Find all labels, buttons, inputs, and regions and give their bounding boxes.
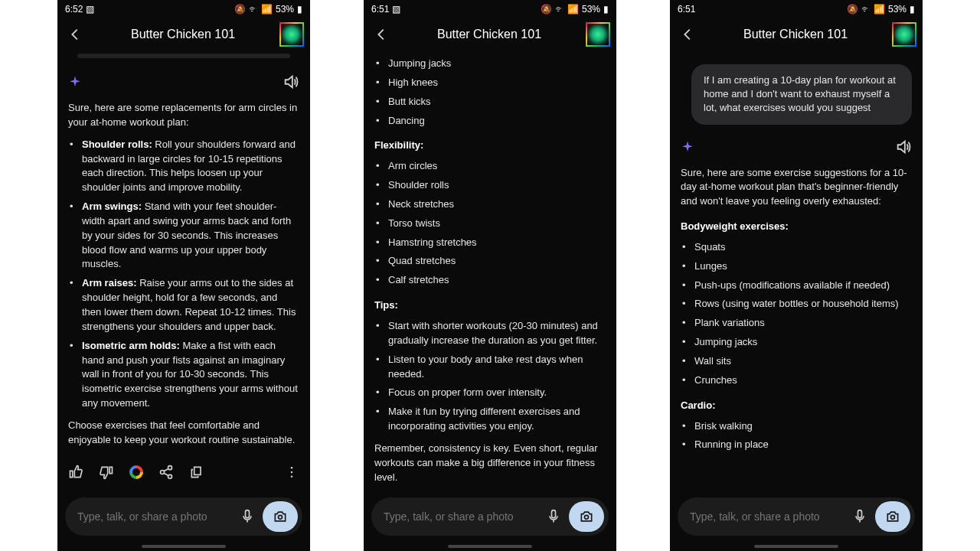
divider bbox=[77, 54, 290, 58]
message-input[interactable] bbox=[690, 510, 844, 523]
list-item: Shoulder rolls bbox=[385, 178, 606, 193]
gesture-bar[interactable] bbox=[142, 545, 226, 548]
mic-button[interactable] bbox=[852, 509, 867, 524]
cardio-extra-list: Jumping jacks High knees Butt kicks Danc… bbox=[374, 57, 606, 128]
phone-screen-1: 6:52 ▧ 🔕 ᯤ 📶 53% ▮ Butter Chicken 101 Su… bbox=[57, 0, 310, 551]
signal-icon: 📶 bbox=[874, 4, 885, 15]
list-item: Lunges bbox=[691, 259, 912, 274]
camera-button[interactable] bbox=[263, 501, 298, 532]
wifi-icon: ᯤ bbox=[861, 4, 871, 15]
assistant-intro: Sure, here are some exercise suggestions… bbox=[681, 166, 912, 210]
clock: 6:52 ▧ bbox=[65, 4, 94, 15]
chat-content[interactable]: If I am creating a 10-day plan for worko… bbox=[670, 51, 923, 551]
list-item: Neck stretches bbox=[385, 197, 606, 212]
list-item: Listen to your body and take rest days w… bbox=[385, 353, 606, 382]
list-item: Squats bbox=[691, 240, 912, 255]
cardio-heading: Cardio: bbox=[681, 399, 912, 413]
status-right: 🔕 ᯤ 📶 53% ▮ bbox=[847, 4, 915, 15]
input-bar bbox=[678, 497, 915, 536]
signal-icon: 📶 bbox=[261, 4, 273, 15]
share-button[interactable] bbox=[158, 465, 174, 480]
image-icon: ▧ bbox=[86, 4, 94, 15]
battery-icon: ▮ bbox=[910, 4, 915, 15]
gesture-bar[interactable] bbox=[754, 545, 838, 548]
back-button[interactable] bbox=[370, 23, 393, 46]
status-right: 🔕 ᯤ 📶 53% ▮ bbox=[234, 4, 302, 15]
camera-button[interactable] bbox=[875, 501, 910, 532]
clock: 6:51 bbox=[678, 4, 695, 15]
speaker-button[interactable] bbox=[283, 73, 299, 90]
user-message: If I am creating a 10-day plan for worko… bbox=[691, 64, 912, 125]
status-bar: 6:51 🔕 ᯤ 📶 53% ▮ bbox=[670, 0, 923, 18]
mute-icon: 🔕 bbox=[541, 4, 552, 15]
battery-icon: ▮ bbox=[603, 4, 609, 15]
input-bar bbox=[371, 497, 609, 536]
svg-point-4 bbox=[585, 515, 589, 519]
cardio-list: Brisk walking Running in place bbox=[681, 419, 912, 453]
list-item: Isometric arm holds: Make a fist with ea… bbox=[79, 339, 299, 411]
svg-point-2 bbox=[291, 475, 293, 478]
wifi-icon: ᯤ bbox=[555, 4, 564, 15]
page-title: Butter Chicken 101 bbox=[437, 28, 541, 41]
mic-button[interactable] bbox=[240, 509, 255, 524]
wifi-icon: ᯤ bbox=[249, 4, 258, 15]
battery-text: 53% bbox=[888, 4, 906, 15]
title-bar: Butter Chicken 101 bbox=[670, 18, 923, 51]
list-item: Arm swings: Stand with your feet shoulde… bbox=[79, 200, 299, 272]
avatar[interactable] bbox=[586, 22, 610, 47]
list-item: Calf stretches bbox=[385, 273, 606, 288]
list-item: Wall sits bbox=[691, 354, 912, 369]
flexibility-heading: Flexibility: bbox=[374, 139, 606, 153]
assistant-intro: Sure, here are some replacements for arm… bbox=[68, 101, 299, 130]
message-input[interactable] bbox=[384, 510, 538, 523]
bodyweight-list: Squats Lunges Push-ups (modifications av… bbox=[681, 240, 912, 388]
chat-content[interactable]: Jumping jacks High knees Butt kicks Danc… bbox=[364, 51, 616, 551]
outro-text: Choose exercises that feel comfortable a… bbox=[68, 419, 299, 448]
list-item: Shoulder rolls: Roll your shoulders forw… bbox=[79, 138, 299, 195]
status-right: 🔕 ᯤ 📶 53% ▮ bbox=[541, 4, 609, 15]
list-item: Arm circles bbox=[385, 159, 606, 174]
flexibility-list: Arm circles Shoulder rolls Neck stretche… bbox=[374, 159, 606, 288]
list-item: Torso twists bbox=[385, 217, 606, 231]
list-item: Jumping jacks bbox=[385, 57, 606, 71]
back-button[interactable] bbox=[676, 23, 699, 46]
mute-icon: 🔕 bbox=[847, 4, 858, 15]
action-bar bbox=[68, 455, 299, 486]
tips-heading: Tips: bbox=[374, 298, 606, 313]
tips-list: Start with shorter workouts (20-30 minut… bbox=[374, 319, 606, 434]
thumbs-down-button[interactable] bbox=[99, 465, 114, 480]
camera-button[interactable] bbox=[569, 501, 604, 532]
gesture-bar[interactable] bbox=[448, 545, 532, 548]
list-item: Hamstring stretches bbox=[385, 236, 606, 250]
mic-button[interactable] bbox=[546, 509, 561, 524]
speaker-button[interactable] bbox=[895, 139, 912, 155]
list-item: Push-ups (modifications available if nee… bbox=[691, 279, 912, 293]
title-bar: Butter Chicken 101 bbox=[57, 18, 310, 51]
sparkle-icon bbox=[681, 140, 694, 154]
avatar[interactable] bbox=[279, 22, 304, 47]
list-item: Dancing bbox=[385, 114, 606, 129]
thumbs-up-button[interactable] bbox=[68, 465, 83, 480]
page-title: Butter Chicken 101 bbox=[743, 28, 848, 41]
list-item: Start with shorter workouts (20-30 minut… bbox=[385, 319, 606, 348]
more-button[interactable] bbox=[284, 465, 299, 480]
svg-point-5 bbox=[891, 515, 895, 519]
list-item: Running in place bbox=[691, 438, 912, 452]
copy-button[interactable] bbox=[189, 465, 204, 480]
list-item: Butt kicks bbox=[385, 95, 606, 109]
message-input[interactable] bbox=[77, 510, 232, 523]
exercise-list: Shoulder rolls: Roll your shoulders forw… bbox=[68, 138, 299, 411]
phone-screen-2: 6:51 ▧ 🔕 ᯤ 📶 53% ▮ Butter Chicken 101 Ju… bbox=[364, 0, 616, 551]
google-button[interactable] bbox=[129, 465, 143, 479]
list-item: Make it fun by trying different exercise… bbox=[385, 405, 606, 434]
avatar[interactable] bbox=[892, 22, 916, 47]
battery-icon: ▮ bbox=[297, 4, 302, 15]
status-bar: 6:51 ▧ 🔕 ᯤ 📶 53% ▮ bbox=[364, 0, 616, 18]
svg-point-3 bbox=[279, 515, 283, 519]
list-item: Brisk walking bbox=[691, 419, 912, 434]
back-button[interactable] bbox=[64, 23, 87, 46]
signal-icon: 📶 bbox=[567, 4, 579, 15]
chat-content[interactable]: Sure, here are some replacements for arm… bbox=[57, 51, 310, 551]
list-item: High knees bbox=[385, 76, 606, 90]
list-item: Rows (using water bottles or household i… bbox=[691, 297, 912, 311]
